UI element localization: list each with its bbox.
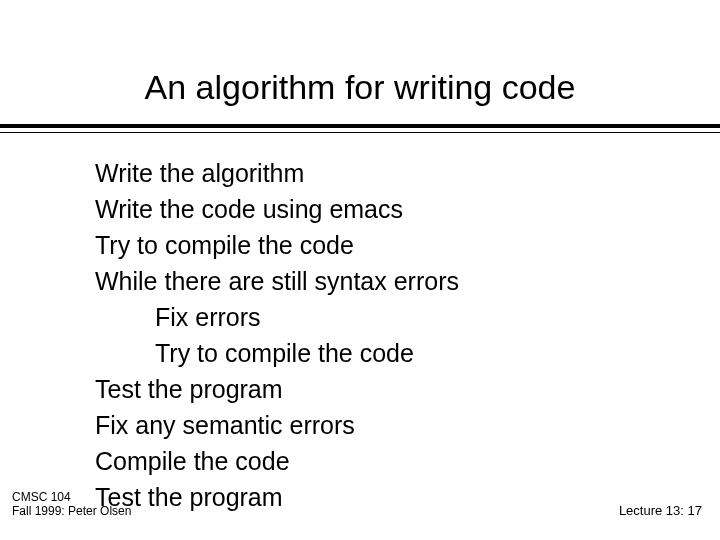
body-line: While there are still syntax errors [95,263,655,299]
footer-course: CMSC 104 [12,490,131,504]
body-line-indent: Try to compile the code [95,335,655,371]
slide: An algorithm for writing code Write the … [0,0,720,540]
body-line: Fix any semantic errors [95,407,655,443]
slide-title: An algorithm for writing code [0,68,720,107]
divider-thin [0,132,720,133]
body-line-indent: Fix errors [95,299,655,335]
body-line: Test the program [95,371,655,407]
body-line: Test the program [95,479,655,515]
footer-right: Lecture 13: 17 [619,503,702,518]
footer-author: Fall 1999: Peter Olsen [12,504,131,518]
body-line: Write the code using emacs [95,191,655,227]
divider-thick [0,124,720,128]
body-line: Compile the code [95,443,655,479]
slide-body: Write the algorithm Write the code using… [95,155,655,515]
body-line: Write the algorithm [95,155,655,191]
footer-left: CMSC 104 Fall 1999: Peter Olsen [12,490,131,518]
body-line: Try to compile the code [95,227,655,263]
